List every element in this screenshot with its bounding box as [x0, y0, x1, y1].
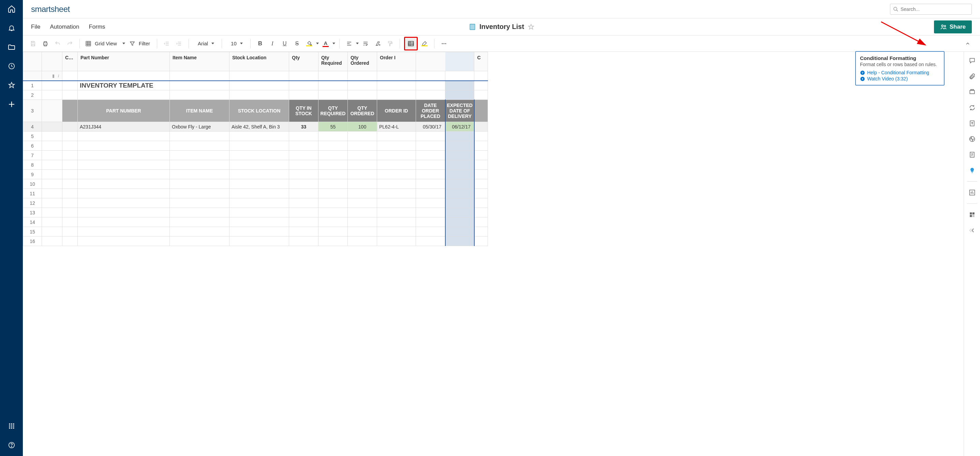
italic-icon[interactable]: I — [267, 38, 278, 49]
cell[interactable]: A231J344 — [78, 122, 170, 132]
cell[interactable]: PART NUMBER — [78, 100, 170, 122]
col-header[interactable]: Qty — [289, 52, 318, 71]
cell[interactable]: QTY IN STOCK — [289, 100, 318, 122]
row-number[interactable]: 16 — [23, 237, 42, 246]
row-number[interactable]: 8 — [23, 160, 42, 170]
col-header[interactable]: Qty Ordered — [348, 52, 377, 71]
col-header[interactable]: Item Name — [170, 52, 229, 71]
row-number[interactable]: 3 — [23, 100, 42, 122]
share-button[interactable]: Share — [934, 21, 972, 33]
row-number[interactable]: 9 — [23, 170, 42, 179]
chart-icon[interactable] — [967, 188, 977, 197]
col-header[interactable]: Order I — [377, 52, 416, 71]
row-number[interactable]: 15 — [23, 227, 42, 237]
wrap-icon[interactable] — [360, 38, 371, 49]
row-number[interactable]: 13 — [23, 208, 42, 218]
update-requests-icon[interactable] — [967, 103, 977, 113]
cell[interactable]: 100 — [348, 122, 377, 132]
row-number[interactable]: 2 — [23, 90, 42, 100]
row-number[interactable]: 11 — [23, 189, 42, 199]
print-icon[interactable] — [40, 38, 51, 49]
bulb-icon[interactable] — [967, 166, 977, 175]
svg-rect-28 — [970, 90, 974, 94]
tooltip-video-link[interactable]: Watch Video (3:32) — [860, 76, 940, 81]
col-header[interactable]: Stock Location — [229, 52, 289, 71]
cell[interactable]: ITEM NAME — [170, 100, 229, 122]
cell[interactable]: 33 — [289, 122, 318, 132]
conditional-format-icon[interactable] — [406, 38, 416, 49]
menu-forms[interactable]: Forms — [89, 24, 105, 30]
recent-icon[interactable] — [7, 61, 16, 71]
apps-icon[interactable] — [7, 421, 16, 431]
tooltip-desc: Format cells or rows based on rules. — [860, 62, 940, 67]
strikethrough-icon[interactable]: S — [291, 38, 302, 49]
collapse-toolbar-icon[interactable] — [962, 38, 973, 49]
cell[interactable]: 05/30/17 — [416, 122, 445, 132]
cell[interactable]: INVENTORY TEMPLATE — [78, 81, 170, 90]
cell[interactable]: QTY REQUIRED — [318, 100, 348, 122]
grid[interactable]: C… Part Number Item Name Stock Location … — [23, 52, 964, 456]
filter-button[interactable]: Filter — [128, 38, 153, 49]
tooltip-video-text: Watch Video (3:32) — [867, 76, 908, 81]
svg-rect-9 — [13, 427, 14, 428]
expand-panel-icon[interactable] — [967, 226, 977, 235]
redo-icon — [64, 38, 75, 49]
cell[interactable]: QTY ORDERED — [348, 100, 377, 122]
cell[interactable]: EXPECTED DATE OF DELIVERY — [445, 100, 474, 122]
help-icon[interactable] — [7, 440, 16, 450]
cell[interactable]: ORDER ID — [377, 100, 416, 122]
col-header[interactable] — [416, 52, 445, 71]
search-box[interactable] — [890, 4, 972, 15]
cell[interactable]: 55 — [318, 122, 348, 132]
plus-icon[interactable] — [7, 100, 16, 109]
bold-icon[interactable]: B — [255, 38, 266, 49]
search-input[interactable] — [900, 6, 969, 12]
bell-icon[interactable] — [7, 23, 16, 33]
cell[interactable]: Aisle 42, Shelf A, Bin 3 — [229, 122, 289, 132]
cell[interactable]: Oxbow Fly - Large — [170, 122, 229, 132]
view-switcher[interactable]: Grid View — [84, 38, 127, 49]
row-number[interactable]: 6 — [23, 141, 42, 151]
svg-rect-16 — [44, 43, 48, 44]
toolbar: Grid View Filter Arial 10 B I U S A — [23, 35, 980, 52]
align-icon[interactable] — [344, 38, 355, 49]
publish-icon[interactable] — [967, 119, 977, 128]
cell[interactable]: 06/12/17 — [445, 122, 474, 132]
col-header[interactable]: C… — [62, 52, 78, 71]
home-icon[interactable] — [7, 4, 16, 14]
highlight-changes-icon[interactable] — [419, 38, 430, 49]
attachments-icon[interactable] — [967, 71, 977, 81]
cell[interactable]: DATE ORDER PLACED — [416, 100, 445, 122]
size-select[interactable]: 10 — [226, 38, 246, 49]
underline-icon[interactable]: U — [279, 38, 290, 49]
favorite-star-icon[interactable] — [528, 24, 535, 30]
comments-icon[interactable] — [967, 56, 977, 65]
more-icon[interactable] — [439, 38, 449, 49]
tooltip-help-link[interactable]: ?Help - Conditional Formatting — [860, 70, 940, 75]
row-number[interactable]: 1 — [23, 81, 42, 90]
clear-format-icon[interactable] — [372, 38, 383, 49]
col-header[interactable]: C — [474, 52, 488, 71]
col-header[interactable]: Part Number — [78, 52, 170, 71]
text-color-icon[interactable]: A — [320, 38, 331, 49]
row-number[interactable]: 7 — [23, 151, 42, 160]
row-number[interactable]: 14 — [23, 218, 42, 227]
row-number[interactable]: 5 — [23, 132, 42, 141]
menu-file[interactable]: File — [31, 24, 40, 30]
star-icon[interactable] — [7, 80, 16, 90]
col-header[interactable] — [445, 52, 474, 71]
workapps-icon[interactable] — [967, 210, 977, 219]
fill-color-icon[interactable] — [304, 38, 315, 49]
summary-icon[interactable] — [967, 150, 977, 159]
cell[interactable]: STOCK LOCATION — [229, 100, 289, 122]
proofs-icon[interactable] — [967, 87, 977, 97]
menu-automation[interactable]: Automation — [50, 24, 79, 30]
row-number[interactable]: 12 — [23, 199, 42, 208]
folder-icon[interactable] — [7, 42, 16, 52]
row-number[interactable]: 4 — [23, 122, 42, 132]
row-number[interactable]: 10 — [23, 179, 42, 189]
col-header[interactable]: Qty Required — [318, 52, 348, 71]
cell[interactable]: PL62-4-L — [377, 122, 416, 132]
activity-log-icon[interactable] — [967, 134, 977, 144]
font-select[interactable]: Arial — [193, 38, 218, 49]
